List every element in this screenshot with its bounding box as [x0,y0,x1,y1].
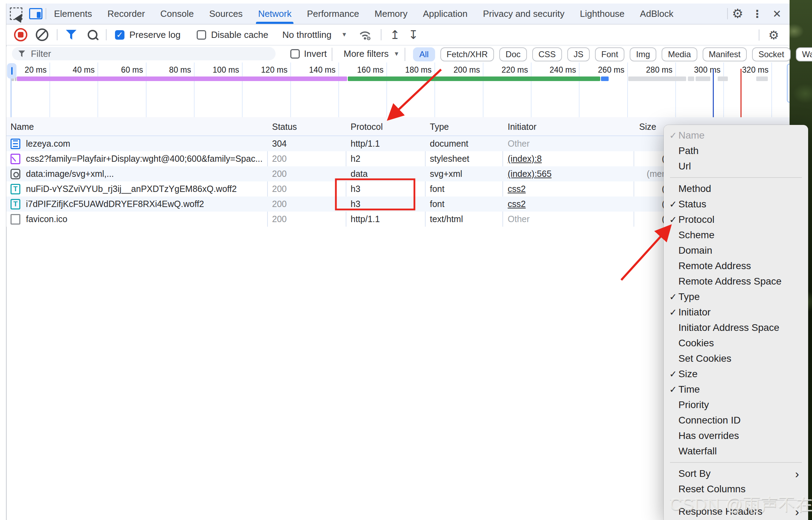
devtools-window: Elements Recorder Console Sources Networ… [0,0,812,520]
tab-network[interactable]: Network [250,4,299,24]
toggle-device-toolbar-button[interactable] [26,4,46,24]
chip-manifest[interactable]: Manifest [703,47,747,61]
menu-item-size[interactable]: ✓Size [664,366,808,382]
devtools-menu-button[interactable]: ⋮ [747,4,767,24]
filter-toggle-icon[interactable] [66,30,76,40]
column-header-name[interactable]: Name [11,117,269,136]
network-overview-timeline[interactable]: 20 ms 40 ms 60 ms 80 ms 100 ms 120 ms 14… [6,62,790,118]
initiator-link[interactable]: css2 [508,199,526,209]
import-har-button[interactable]: ↥ [390,29,400,41]
tab-performance[interactable]: Performance [299,4,367,24]
inspect-element-button[interactable] [6,4,26,24]
menu-item-label: Type [678,291,808,302]
chip-socket[interactable]: Socket [752,47,790,61]
tab-label: Console [160,8,194,19]
tab-label: Elements [54,8,92,19]
close-devtools-button[interactable]: ✕ [767,4,787,24]
tab-sources[interactable]: Sources [202,4,250,24]
network-conditions-button[interactable] [358,28,372,41]
menu-item-response-headers[interactable]: ✓Response Headers› [664,504,808,519]
chip-wasm[interactable]: Wasm [796,47,812,61]
export-har-button[interactable]: ↧ [408,29,419,41]
menu-item-connection-id[interactable]: ✓Connection ID [664,413,808,428]
tab-adblock[interactable]: AdBlock [632,4,681,24]
settings-button[interactable]: ⚙ [728,4,747,24]
chip-js[interactable]: JS [567,47,590,61]
more-filters-button[interactable]: More filters ▼ [344,48,399,59]
initiator-link[interactable]: (index):565 [508,169,552,179]
request-name: css2?family=Playfair+Display:wght@400;60… [26,154,263,164]
tab-lighthouse[interactable]: Lighthouse [572,4,632,24]
tab-elements[interactable]: Elements [46,4,100,24]
tab-console[interactable]: Console [153,4,201,24]
search-icon[interactable] [88,30,97,40]
column-header-protocol[interactable]: Protocol [351,117,383,136]
invert-checkbox[interactable]: Invert [290,48,327,59]
record-network-log-button[interactable] [14,28,27,41]
menu-item-sort-by[interactable]: ✓Sort By› [664,466,808,481]
tab-label: Network [258,8,291,19]
network-settings-gear-icon[interactable]: ⚙ [769,28,779,42]
font-icon: T [11,184,20,194]
overview-scrollbar[interactable] [787,64,790,103]
menu-item-domain[interactable]: ✓Domain [664,243,808,258]
size-cell: ( [624,196,665,212]
column-header-type[interactable]: Type [430,117,449,136]
menu-item-remote-address[interactable]: ✓Remote Address [664,258,808,274]
throttling-select[interactable]: No throttling ▼ [282,29,347,40]
menu-item-label: Set Cookies [678,353,808,364]
preserve-log-checkbox[interactable]: ✓ Preserve log [115,29,181,40]
menu-item-label: Remote Address Space [678,276,808,287]
menu-item-label: Name [678,130,808,141]
tab-application[interactable]: Application [415,4,475,24]
request-type-chips: All Fetch/XHR Doc CSS JS Font Img Media … [413,47,812,61]
menu-item-remote-address-space[interactable]: ✓Remote Address Space [664,274,808,289]
menu-item-initiator-address-space[interactable]: ✓Initiator Address Space [664,320,808,335]
menu-item-label: Path [678,145,808,156]
initiator-link[interactable]: (index):8 [508,154,542,164]
tab-memory[interactable]: Memory [367,4,415,24]
chip-img[interactable]: Img [630,47,656,61]
column-header-size[interactable]: Size [639,117,656,136]
menu-item-set-cookies[interactable]: ✓Set Cookies [664,351,808,366]
menu-item-label: Protocol [678,214,808,225]
menu-item-reset-columns[interactable]: ✓Reset Columns [664,481,808,497]
overview-drag-handle[interactable] [7,63,16,79]
chip-css[interactable]: CSS [532,47,562,61]
menu-item-protocol[interactable]: ✓Protocol [664,212,808,227]
annotation-arrow-protocol-menu-item [621,227,669,280]
tab-recorder[interactable]: Recorder [100,4,153,24]
chip-all[interactable]: All [413,47,435,61]
filter-input[interactable] [30,48,242,60]
menu-item-time[interactable]: ✓Time [664,382,808,397]
overview-bar-cache [696,76,710,81]
tick-label: 220 ms [472,65,528,75]
menu-item-has-overrides[interactable]: ✓Has overrides [664,428,808,444]
menu-item-cookies[interactable]: ✓Cookies [664,335,808,351]
menu-item-waterfall[interactable]: ✓Waterfall [664,444,808,459]
menu-item-priority[interactable]: ✓Priority [664,397,808,413]
menu-item-scheme[interactable]: ✓Scheme [664,227,808,243]
initiator-cell: Other [508,136,530,151]
menu-item-url[interactable]: ✓Url [664,159,808,174]
chip-media[interactable]: Media [662,47,697,61]
disable-cache-checkbox[interactable]: Disable cache [197,29,268,40]
column-header-status[interactable]: Status [272,117,297,136]
tick-label: 260 ms [568,65,624,75]
chip-doc[interactable]: Doc [499,47,527,61]
menu-item-status[interactable]: ✓Status [664,196,808,212]
menu-item-path[interactable]: ✓Path [664,143,808,159]
initiator-link[interactable]: css2 [508,184,526,194]
divider [381,29,381,40]
chip-fetch-xhr[interactable]: Fetch/XHR [440,47,494,61]
menu-item-method[interactable]: ✓Method [664,181,808,196]
column-header-initiator[interactable]: Initiator [508,117,536,136]
clear-network-log-button[interactable] [36,28,48,41]
menu-item-initiator[interactable]: ✓Initiator [664,305,808,320]
tick-label: 80 ms [135,65,191,75]
menu-item-type[interactable]: ✓Type [664,289,808,305]
chip-font[interactable]: Font [595,47,624,61]
tab-privacy-and-security[interactable]: Privacy and security [475,4,572,24]
size-cell: ( [624,212,665,227]
overview-bar-cache [756,76,768,81]
